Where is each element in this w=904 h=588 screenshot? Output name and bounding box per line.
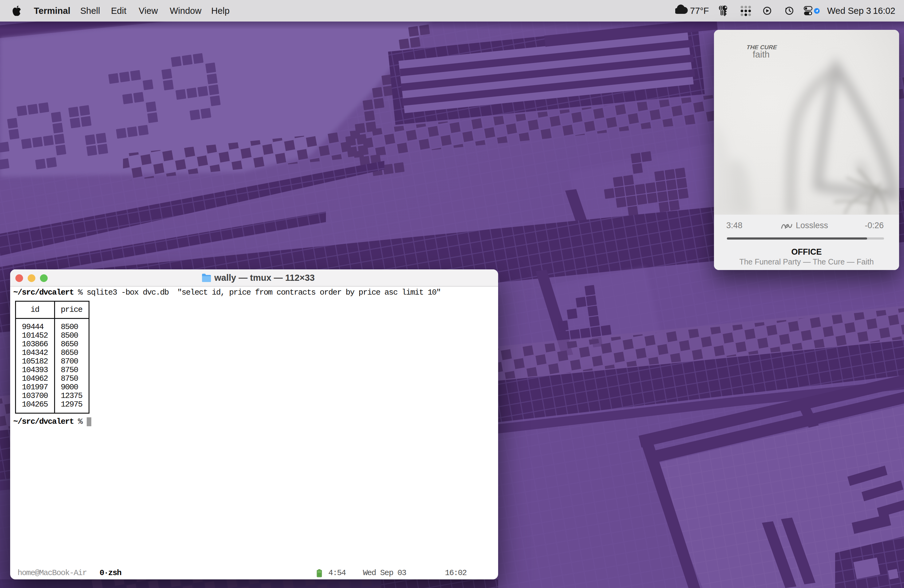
svg-text:faith: faith xyxy=(753,49,770,59)
